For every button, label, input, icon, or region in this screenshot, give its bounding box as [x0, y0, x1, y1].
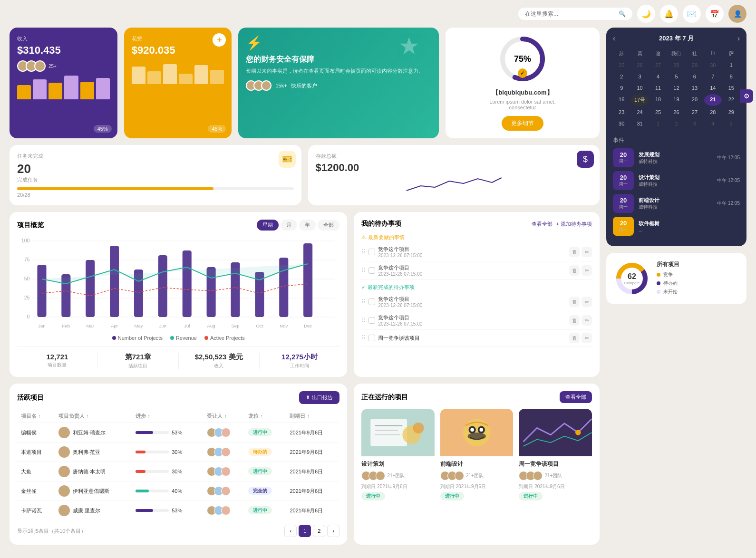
cell-progress: 53% [132, 501, 203, 520]
mail-icon-btn[interactable]: ✉️ [683, 5, 701, 23]
search-input[interactable] [525, 10, 615, 17]
moon-icon-btn[interactable]: 🌙 [637, 5, 655, 23]
calendar-day[interactable]: 29 [723, 107, 740, 117]
add-todo-link[interactable]: + 添加待办事项 [556, 221, 592, 228]
calendar-day[interactable]: 17号 [631, 94, 648, 106]
drag-handle[interactable]: ⠿ [361, 298, 366, 305]
calendar-day[interactable]: 10 [631, 83, 648, 93]
tab-week[interactable]: 星期 [257, 220, 279, 231]
calendar-day[interactable]: 8 [723, 71, 740, 82]
calendar-day[interactable]: 4 [704, 118, 721, 129]
prev-page-button[interactable]: ‹ [284, 525, 297, 537]
cell-progress: 30% [132, 443, 203, 462]
col-status[interactable]: 龙位 ↑ [244, 410, 286, 423]
calendar-day[interactable]: 28 [704, 107, 721, 117]
calendar-day[interactable]: 30 [613, 118, 630, 129]
calendar-day[interactable]: 13 [686, 83, 703, 93]
calendar-day[interactable]: 26 [631, 60, 648, 70]
user-avatar[interactable]: 👤 [728, 5, 746, 23]
calendar-day[interactable]: 6 [686, 71, 703, 82]
prev-month-button[interactable]: ‹ [613, 34, 615, 43]
export-button[interactable]: ⬆ 出口报告 [299, 391, 339, 404]
calendar-day[interactable]: 9 [613, 83, 630, 93]
calendar-day[interactable]: 1 [723, 60, 740, 70]
delete-icon[interactable]: 🗑 [569, 315, 580, 326]
next-page-button[interactable]: › [327, 525, 339, 537]
edit-icon[interactable]: ✏ [582, 247, 592, 257]
calendar-day[interactable]: 25 [613, 60, 630, 70]
calendar-day[interactable]: 18 [649, 94, 667, 106]
page-2-button[interactable]: 2 [313, 525, 325, 537]
page-1-button[interactable]: 1 [299, 525, 311, 537]
tab-month[interactable]: 月 [281, 220, 297, 231]
col-owner[interactable]: 项目负责人 ↑ [55, 410, 132, 423]
calendar-day[interactable]: 15 [723, 83, 740, 93]
tab-year[interactable]: 年 [299, 220, 316, 231]
col-assignee[interactable]: 受让人 ↑ [203, 410, 244, 423]
drag-handle[interactable]: ⠿ [361, 267, 366, 274]
todo-checkbox[interactable] [368, 317, 375, 324]
tab-all[interactable]: 全部 [318, 220, 339, 231]
calendar-day[interactable]: 20 [686, 94, 703, 106]
calendar-day[interactable]: 4 [649, 71, 667, 82]
svg-text:May: May [134, 324, 143, 328]
delete-icon[interactable]: 🗑 [569, 247, 580, 257]
calendar-day[interactable]: 7 [704, 71, 721, 82]
calendar-day[interactable]: 22 [723, 94, 740, 106]
todo-checkbox[interactable] [368, 335, 375, 341]
calendar-day[interactable]: 12 [668, 83, 685, 93]
delete-icon[interactable]: 🗑 [569, 265, 580, 276]
calendar-day[interactable]: 27 [649, 60, 667, 70]
col-name[interactable]: 项目名 ↑ [17, 410, 55, 423]
calendar-day-today[interactable]: 21 [704, 94, 721, 106]
todo-item: ⠿ 竞争这个项目 2023-12-26 07:15:00 🗑 ✏ [361, 243, 592, 261]
calendar-day[interactable]: 28 [668, 60, 685, 70]
calendar-day[interactable]: 24 [631, 107, 648, 117]
day-name: 社 [686, 48, 703, 59]
calendar-day[interactable]: 29 [686, 60, 703, 70]
todo-checkbox[interactable] [368, 298, 375, 305]
calendar-day[interactable]: 30 [704, 60, 721, 70]
calendar-day[interactable]: 2 [668, 118, 685, 129]
calendar-day[interactable]: 5 [723, 118, 740, 129]
edit-icon[interactable]: ✏ [582, 265, 592, 276]
col-date[interactable]: 到期日 ↑ [286, 410, 339, 423]
calendar-day[interactable]: 1 [649, 118, 667, 129]
edit-icon[interactable]: ✏ [582, 297, 592, 307]
view-all-button[interactable]: 查看全部 [560, 391, 592, 403]
events-section: 事件 20 周一 发展规划 威特科技 中午 12:05 20 周一 [613, 136, 740, 236]
event-dow: 周一 [617, 181, 630, 187]
calendar-day[interactable]: 27 [686, 107, 703, 117]
delete-icon[interactable]: 🗑 [569, 333, 580, 343]
edit-icon[interactable]: ✏ [582, 315, 592, 326]
drag-handle[interactable]: ⠿ [361, 317, 366, 324]
detail-button[interactable]: 更多细节 [502, 116, 543, 131]
calendar-day[interactable]: 14 [704, 83, 721, 93]
calendar-day[interactable]: 26 [668, 107, 685, 117]
next-month-button[interactable]: › [737, 34, 740, 43]
bell-icon-btn[interactable]: 🔔 [660, 5, 678, 23]
calendar-settings-button[interactable]: ⚙ [740, 89, 753, 103]
card-due: 到期日 2021年9月6日 [440, 483, 514, 490]
drag-handle[interactable]: ⠿ [361, 249, 366, 255]
delete-icon[interactable]: 🗑 [569, 297, 580, 307]
calendar-day[interactable]: 23 [613, 107, 630, 117]
calendar-day[interactable]: 16 [613, 94, 630, 106]
search-box[interactable]: 🔍 [518, 8, 632, 20]
calendar-day[interactable]: 19 [668, 94, 685, 106]
todo-checkbox[interactable] [368, 249, 375, 255]
calendar-day[interactable]: 3 [631, 71, 648, 82]
calendar-icon-btn[interactable]: 📅 [706, 5, 724, 23]
drag-handle[interactable]: ⠿ [361, 335, 366, 341]
calendar-day[interactable]: 11 [649, 83, 667, 93]
calendar-day[interactable]: 31 [631, 118, 648, 129]
progress-bar-bg [136, 431, 169, 434]
edit-icon[interactable]: ✏ [582, 333, 592, 343]
view-all-link[interactable]: 查看全部 [532, 221, 552, 228]
calendar-day[interactable]: 25 [649, 107, 667, 117]
col-progress[interactable]: 进步 ↑ [132, 410, 203, 423]
calendar-day[interactable]: 2 [613, 71, 630, 82]
calendar-day[interactable]: 3 [686, 118, 703, 129]
calendar-day[interactable]: 5 [668, 71, 685, 82]
todo-checkbox[interactable] [368, 267, 375, 274]
